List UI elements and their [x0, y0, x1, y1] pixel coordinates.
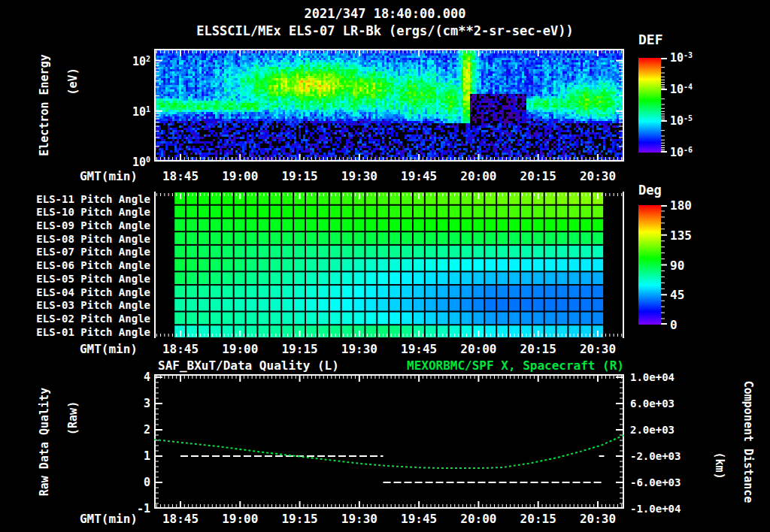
deg-tick-label: 90 — [670, 258, 684, 273]
component-distance-axis-label: Component Distance (km) — [712, 381, 755, 503]
gmt-tick-label: 20:30 — [580, 512, 616, 526]
pitch-grid-canvas — [154, 192, 624, 338]
deg-tick-label: 180 — [670, 198, 692, 213]
pitch-row-label: ELS-03 Pitch Angle — [36, 299, 150, 311]
pitch-row-label: ELS-08 Pitch Angle — [36, 233, 150, 245]
pitch-row-label: ELS-01 Pitch Angle — [36, 326, 150, 338]
def-tick-label-base: 10 — [670, 114, 684, 128]
gmt-tick-label: 19:45 — [401, 169, 437, 183]
energy-axis-label: Electron Energy (eV) — [38, 54, 80, 156]
gmt-tick-label: 20:15 — [520, 342, 556, 356]
km-tick-label: 6.0e+03 — [630, 397, 675, 410]
def-tick-label-base: 10 — [670, 51, 684, 65]
gmt-tick-label: 20:15 — [520, 512, 556, 526]
def-tick-label: 10-4 — [670, 82, 693, 96]
gmt-tick-label: 20:15 — [520, 169, 556, 183]
gmt-tick-label: 20:00 — [460, 169, 496, 183]
def-tick-label: 10-5 — [670, 113, 693, 128]
pitch-row-label: ELS-09 Pitch Angle — [36, 219, 150, 231]
def-tick-label-base: 10 — [670, 146, 684, 159]
raw-tick-label: 2 — [144, 423, 150, 437]
deg-colorbar-title: Deg — [638, 183, 662, 198]
gmt-tick-label: 19:00 — [222, 512, 258, 526]
energy-tick-label-base: 10 — [132, 105, 146, 119]
gmt-tick-label: 20:30 — [580, 342, 616, 356]
def-tick-label: 10-6 — [670, 145, 693, 159]
pitch-row-label: ELS-06 Pitch Angle — [36, 259, 150, 271]
energy-tick-label-base: 10 — [132, 55, 146, 68]
component-distance-axis-line2: (km) — [713, 452, 726, 479]
raw-tick-label: -1 — [137, 502, 150, 515]
pitch-row-label: ELS-10 Pitch Angle — [36, 206, 150, 218]
raw-quality-axis-label: Raw Data Quality (Raw) — [38, 388, 80, 497]
energy-tick-label-exp: 1 — [146, 105, 150, 113]
datetime-title: 2021/347 18:40:00.000 — [0, 6, 770, 21]
right-series-title: MEXORBMC/SPF X, Spacecraft (R) — [407, 358, 624, 373]
energy-tick-label: 100 — [132, 155, 150, 169]
def-tick-label: 10-3 — [670, 50, 693, 65]
energy-tick-label-exp: 0 — [146, 156, 150, 164]
gmt-tick-label: 19:30 — [341, 512, 377, 526]
raw-tick-label: 4 — [144, 370, 150, 384]
def-tick-label-exp: -5 — [684, 114, 693, 122]
raw-quality-axis-line2: (Raw) — [66, 401, 80, 435]
raw-tick-label: 3 — [144, 397, 150, 410]
gmt-tick-label: 19:45 — [401, 342, 437, 356]
def-tick-label-exp: -3 — [684, 51, 693, 59]
km-tick-label: 1.0e+04 — [630, 371, 675, 383]
km-tick-label: -6.0e+03 — [630, 476, 681, 488]
energy-tick-label-exp: 2 — [146, 55, 150, 63]
gmt-tick-label: 20:00 — [460, 512, 496, 526]
raw-tick-label: 1 — [144, 449, 150, 463]
raw-tick-label: 0 — [144, 476, 150, 489]
gmt-tick-label: 20:30 — [580, 169, 616, 183]
km-tick-label: -2.0e+03 — [630, 450, 681, 462]
gmt-tick-label: 18:45 — [162, 512, 199, 526]
gmt-tick-label: 19:30 — [341, 169, 377, 183]
pitch-row-label: ELS-07 Pitch Angle — [36, 246, 150, 258]
deg-tick-label: 0 — [670, 318, 678, 332]
def-colorbar — [638, 58, 668, 153]
energy-axis-label-line1: Electron Energy — [38, 54, 51, 156]
pitch-row-label: ELS-04 Pitch Angle — [36, 286, 150, 298]
timeseries-canvas — [154, 374, 624, 509]
deg-tick-label: 135 — [670, 228, 692, 243]
def-tick-label-exp: -4 — [684, 83, 693, 91]
gmt-axis-label: GMT(min) — [80, 342, 138, 356]
gmt-axis-label: GMT(min) — [80, 169, 138, 183]
gmt-tick-label: 19:45 — [401, 512, 437, 526]
pitch-row-label: ELS-11 Pitch Angle — [36, 193, 150, 205]
gmt-tick-label: 19:15 — [281, 512, 317, 526]
km-tick-label: 2.0e+03 — [630, 424, 675, 436]
energy-tick-label-base: 10 — [132, 156, 146, 169]
raw-quality-axis-line1: Raw Data Quality — [38, 388, 51, 497]
km-tick-label: -1.0e+04 — [630, 503, 681, 515]
left-series-title: SAF_BXuT/Data Quality (L) — [158, 358, 339, 373]
gmt-tick-label: 19:00 — [222, 342, 258, 356]
gmt-tick-label: 19:15 — [281, 169, 317, 183]
pitch-row-label: ELS-02 Pitch Angle — [36, 313, 150, 325]
gmt-tick-label: 19:00 — [222, 169, 258, 183]
spectrogram-canvas — [154, 49, 624, 162]
gmt-tick-label: 20:00 — [460, 342, 496, 356]
deg-colorbar — [638, 205, 668, 325]
energy-axis-label-line2: (eV) — [66, 68, 80, 95]
gmt-tick-label: 19:30 — [341, 342, 377, 356]
energy-tick-label: 101 — [132, 104, 150, 119]
gmt-tick-label: 18:45 — [162, 169, 199, 183]
deg-tick-label: 45 — [670, 288, 684, 302]
component-distance-axis-line1: Component Distance — [741, 381, 755, 503]
gmt-axis-label: GMT(min) — [80, 512, 138, 526]
def-tick-label-exp: -6 — [684, 146, 693, 154]
gmt-tick-label: 18:45 — [162, 342, 199, 356]
gmt-tick-label: 19:15 — [281, 342, 317, 356]
plot-screen: 2021/347 18:40:00.000 ELSSCIL/MEx ELS-07… — [0, 0, 770, 532]
pitch-row-label: ELS-05 Pitch Angle — [36, 273, 150, 285]
def-tick-label-base: 10 — [670, 83, 684, 96]
energy-tick-label: 102 — [132, 54, 150, 68]
def-colorbar-title: DEF — [638, 32, 663, 47]
